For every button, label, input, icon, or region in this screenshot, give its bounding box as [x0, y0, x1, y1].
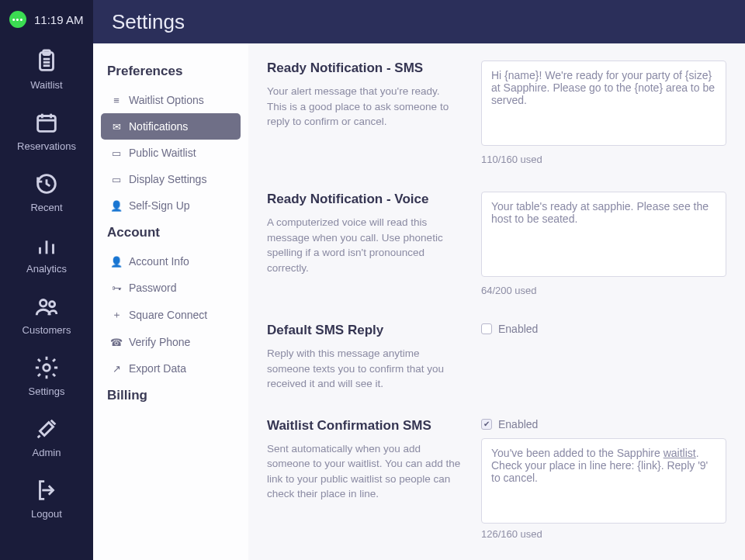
sliders-icon: ≡ — [110, 95, 123, 106]
nav-item-recent[interactable]: Recent — [0, 163, 93, 221]
section-default-reply: Default SMS Reply Reply with this messag… — [267, 316, 726, 412]
export-icon: ↗ — [110, 363, 123, 375]
section-desc: Sent automatically when you add someone … — [267, 441, 461, 502]
msg-text: You've been added to the Sapphire — [491, 447, 664, 459]
sidebar-item-label: Password — [129, 282, 176, 294]
phone-icon: ☎ — [110, 337, 123, 348]
sidebar-item-square-connect[interactable]: ＋ Square Connect — [101, 301, 241, 329]
clock: 11:19 AM — [34, 13, 83, 26]
section-desc: Reply with this message anytime someone … — [267, 346, 461, 392]
person-icon: 👤 — [110, 256, 123, 268]
square-icon: ＋ — [110, 308, 123, 322]
sidebar-item-label: Export Data — [129, 362, 186, 375]
sidebar-item-label: Verify Phone — [129, 336, 190, 348]
nav-item-admin[interactable]: Admin — [0, 408, 93, 466]
nav-label: Customers — [23, 324, 71, 336]
ready-sms-textarea[interactable] — [481, 60, 726, 146]
content: Preferences ≡ Waitlist Options ✉ Notific… — [93, 43, 745, 560]
screen-icon: ▭ — [110, 147, 123, 159]
sidebar-item-label: Public Waitlist — [129, 147, 196, 159]
calendar-icon — [30, 108, 63, 137]
nav-item-settings[interactable]: Settings — [0, 347, 93, 405]
nav-label: Analytics — [26, 263, 67, 275]
sidebar-item-export-data[interactable]: ↗ Export Data — [101, 355, 241, 382]
screen-icon: ▭ — [110, 174, 123, 185]
sidebar-item-verify-phone[interactable]: ☎ Verify Phone — [101, 329, 241, 355]
nav-label: Settings — [29, 385, 65, 397]
sidebar-item-label: Self-Sign Up — [129, 199, 190, 212]
char-counter: 64/200 used — [481, 285, 726, 296]
enabled-checkbox[interactable] — [481, 323, 492, 334]
chat-icon: ✉ — [110, 121, 123, 133]
nav-top: ••• 11:19 AM — [0, 0, 93, 36]
svg-point-15 — [43, 365, 50, 372]
nav-items: Waitlist Reservations Recent Analytics C — [0, 36, 93, 527]
nav-item-logout[interactable]: Logout — [0, 469, 93, 527]
settings-sidebar: Preferences ≡ Waitlist Options ✉ Notific… — [93, 43, 248, 560]
sidebar-item-label: Waitlist Options — [129, 94, 204, 106]
history-icon — [30, 169, 63, 199]
page-title: Settings — [93, 0, 745, 43]
key-icon: 🗝 — [110, 282, 123, 294]
section-desc: A computerized voice will read this mess… — [267, 215, 461, 275]
sidebar-item-label: Notifications — [129, 120, 188, 133]
nav-label: Logout — [31, 508, 62, 520]
sidebar-item-label: Square Connect — [129, 309, 207, 321]
svg-point-13 — [40, 300, 47, 307]
sidebar-item-waitlist-options[interactable]: ≡ Waitlist Options — [101, 87, 241, 113]
section-waitlist-confirm: Waitlist Confirmation SMS Sent automatic… — [267, 412, 726, 560]
nav-item-customers[interactable]: Customers — [0, 285, 93, 344]
bar-chart-icon — [30, 230, 63, 260]
ready-voice-textarea[interactable] — [481, 192, 726, 277]
section-ready-voice: Ready Notification - Voice A computerize… — [267, 185, 726, 316]
nav-item-reservations[interactable]: Reservations — [0, 102, 93, 160]
tools-icon — [30, 414, 63, 444]
sidebar-item-label: Display Settings — [129, 173, 206, 185]
sidebar-item-password[interactable]: 🗝 Password — [101, 275, 241, 301]
section-title: Ready Notification - Voice — [267, 192, 461, 207]
enabled-label: Enabled — [498, 323, 538, 335]
sidebar-item-account-info[interactable]: 👤 Account Info — [101, 248, 241, 275]
settings-group-title: Account — [101, 219, 241, 248]
sidebar-item-display-settings[interactable]: ▭ Display Settings — [101, 166, 241, 192]
person-icon: 👤 — [110, 200, 123, 212]
app-nav: ••• 11:19 AM Waitlist Reservations Recen… — [0, 0, 93, 560]
sidebar-item-label: Account Info — [129, 255, 189, 268]
main: Settings Preferences ≡ Waitlist Options … — [93, 0, 745, 560]
nav-label: Recent — [30, 202, 62, 213]
logout-icon — [30, 475, 63, 505]
nav-item-analytics[interactable]: Analytics — [0, 224, 93, 282]
sidebar-item-notifications[interactable]: ✉ Notifications — [101, 113, 241, 140]
sidebar-item-self-sign-up[interactable]: 👤 Self-Sign Up — [101, 192, 241, 219]
section-desc: Your alert message that you're ready. Th… — [267, 84, 461, 130]
nav-label: Admin — [33, 447, 61, 458]
nav-label: Waitlist — [30, 79, 62, 91]
enabled-label: Enabled — [498, 418, 538, 430]
form-area: Ready Notification - SMS Your alert mess… — [248, 43, 745, 560]
settings-group-title: Billing — [101, 382, 241, 411]
char-counter: 126/160 used — [481, 528, 726, 540]
enable-row: Enabled — [481, 323, 726, 335]
gear-icon — [30, 353, 63, 382]
char-counter: 110/160 used — [481, 154, 726, 165]
status-indicator[interactable]: ••• — [9, 11, 26, 28]
people-icon — [30, 292, 63, 321]
nav-item-waitlist[interactable]: Waitlist — [0, 40, 93, 99]
svg-rect-5 — [38, 116, 56, 132]
enabled-checkbox[interactable] — [481, 419, 492, 430]
enable-row: Enabled — [481, 418, 726, 430]
section-ready-sms: Ready Notification - SMS Your alert mess… — [267, 54, 726, 185]
sidebar-item-public-waitlist[interactable]: ▭ Public Waitlist — [101, 140, 241, 166]
section-title: Ready Notification - SMS — [267, 60, 461, 76]
svg-point-14 — [50, 302, 55, 307]
msg-link-text: waitlist — [664, 447, 696, 459]
settings-group-title: Preferences — [101, 57, 241, 87]
section-title: Waitlist Confirmation SMS — [267, 418, 461, 434]
nav-label: Reservations — [17, 140, 76, 152]
section-title: Default SMS Reply — [267, 323, 461, 338]
waitlist-confirm-textarea[interactable]: You've been added to the Sapphire waitli… — [481, 438, 726, 524]
clipboard-icon — [30, 47, 63, 76]
